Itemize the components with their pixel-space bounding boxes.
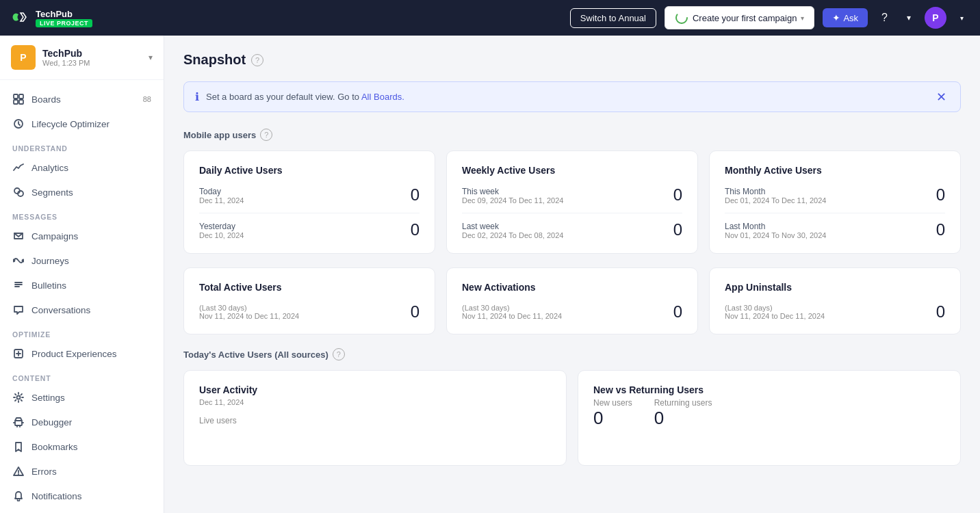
activations-label-group: (Last 30 days) Nov 11, 2024 to Dec 11, 2…: [462, 304, 562, 320]
workspace-name: TechPub: [42, 48, 142, 59]
snapshot-help-icon[interactable]: ?: [251, 54, 263, 66]
uninstalls-label-group: (Last 30 days) Nov 11, 2024 to Dec 11, 2…: [725, 304, 825, 320]
debugger-icon: [12, 416, 25, 428]
sidebar: P TechPub Wed, 1:23 PM ▾ Boards 88: [0, 36, 164, 513]
bookmarks-label: Bookmarks: [31, 442, 78, 452]
optimize-section-label: OPTIMIZE: [0, 322, 164, 341]
activations-card-title: New Activations: [462, 282, 682, 293]
sidebar-item-analytics[interactable]: Analytics: [0, 155, 164, 180]
live-users-label: Live users: [199, 416, 551, 425]
info-banner-close-button[interactable]: ✕: [933, 91, 949, 103]
svg-point-1: [676, 12, 687, 23]
svg-rect-5: [19, 100, 23, 104]
svg-rect-13: [15, 421, 22, 425]
todays-active-section: Today's Active Users (All sources) ?: [183, 348, 961, 360]
sidebar-item-settings[interactable]: Settings: [0, 385, 164, 410]
main-content: Snapshot ? ℹ Set a board as your default…: [164, 36, 980, 513]
sidebar-item-boards[interactable]: Boards 88: [0, 87, 164, 111]
returning-users-metric: Returning users 0: [654, 398, 712, 429]
sidebar-item-conversations[interactable]: Conversations: [0, 298, 164, 322]
user-activity-date: Dec 11, 2024: [199, 398, 551, 406]
yesterday-label-group: Yesterday Dec 10, 2024: [199, 222, 244, 239]
create-campaign-button[interactable]: Create your first campaign ▾: [665, 6, 814, 29]
stats-grid-top: Daily Active Users Today Dec 11, 2024 0 …: [183, 150, 961, 254]
settings-icon: [12, 391, 25, 404]
total-period-label: (Last 30 days): [199, 304, 299, 312]
messages-section-label: MESSAGES: [0, 205, 164, 224]
conversations-label: Conversations: [31, 305, 90, 315]
project-name: TechPub: [36, 9, 92, 19]
analytics-label: Analytics: [31, 163, 68, 173]
journeys-icon: [12, 254, 25, 267]
user-menu-chevron[interactable]: ▾: [955, 12, 969, 25]
sidebar-item-errors[interactable]: Errors: [0, 459, 164, 484]
user-activity-chart-card: User Activity Dec 11, 2024 Live users: [183, 370, 567, 466]
this-week-value: 0: [673, 187, 682, 203]
help-button[interactable]: ?: [876, 9, 893, 27]
nav-chevron-button[interactable]: ▾: [901, 10, 916, 25]
monthly-card-title: Monthly Active Users: [725, 165, 945, 176]
info-icon: ℹ: [195, 90, 199, 103]
sidebar-item-bulletins[interactable]: Bulletins: [0, 273, 164, 298]
lifecycle-icon: [12, 118, 25, 130]
lifecycle-label: Lifecycle Optimizer: [31, 119, 109, 129]
app-uninstalls-card: App Uninstalls (Last 30 days) Nov 11, 20…: [709, 267, 961, 334]
last-week-value: 0: [673, 222, 682, 238]
workspace-time: Wed, 1:23 PM: [42, 59, 142, 67]
this-week-label: This week: [462, 187, 563, 196]
project-label: TechPub LIVE PROJECT: [36, 9, 92, 27]
sidebar-item-notifications[interactable]: Notifications: [0, 484, 164, 508]
this-month-label-group: This Month Dec 01, 2024 To Dec 11, 2024: [725, 187, 826, 205]
stat-row-today: Today Dec 11, 2024 0: [199, 187, 420, 205]
new-users-value: 0: [593, 408, 632, 429]
sidebar-item-organization[interactable]: Organization: [0, 508, 164, 513]
daily-active-users-card: Daily Active Users Today Dec 11, 2024 0 …: [183, 150, 435, 254]
stat-row-this-month: This Month Dec 01, 2024 To Dec 11, 2024 …: [725, 187, 945, 205]
sidebar-item-journeys[interactable]: Journeys: [0, 248, 164, 273]
create-campaign-label: Create your first campaign: [693, 13, 797, 23]
svg-rect-3: [19, 94, 23, 98]
sidebar-item-debugger[interactable]: Debugger: [0, 410, 164, 434]
last-month-date: Nov 01, 2024 To Nov 30, 2024: [725, 231, 826, 239]
sidebar-item-lifecycle[interactable]: Lifecycle Optimizer: [0, 111, 164, 136]
new-vs-returning-metrics: New users 0 Returning users 0: [593, 398, 945, 429]
new-vs-returning-title: New vs Returning Users: [593, 384, 945, 395]
stats-grid-bottom: Total Active Users (Last 30 days) Nov 11…: [183, 267, 961, 334]
last-week-label: Last week: [462, 222, 563, 231]
activations-value: 0: [673, 304, 682, 320]
notifications-label: Notifications: [31, 491, 82, 501]
notifications-icon: [12, 490, 25, 502]
last-month-label: Last Month: [725, 222, 826, 231]
today-label-group: Today Dec 11, 2024: [199, 187, 244, 205]
svg-rect-2: [14, 94, 18, 98]
settings-label: Settings: [31, 393, 65, 403]
last-month-value: 0: [936, 222, 945, 238]
switch-annual-button[interactable]: Switch to Annual: [570, 8, 656, 28]
last-month-label-group: Last Month Nov 01, 2024 To Nov 30, 2024: [725, 222, 826, 239]
total-period-date: Nov 11, 2024 to Dec 11, 2024: [199, 312, 299, 320]
ask-button[interactable]: ✦ Ask: [823, 8, 868, 27]
segments-label: Segments: [31, 187, 73, 198]
sidebar-item-segments[interactable]: Segments: [0, 180, 164, 205]
user-avatar-button[interactable]: P: [925, 7, 946, 29]
errors-icon: [12, 465, 25, 477]
this-month-value: 0: [936, 187, 945, 203]
mobile-users-help-icon[interactable]: ?: [260, 129, 272, 141]
sidebar-item-campaigns[interactable]: Campaigns: [0, 224, 164, 248]
stat-row-activations: (Last 30 days) Nov 11, 2024 to Dec 11, 2…: [462, 304, 682, 320]
sidebar-item-product-experiences[interactable]: Product Experiences: [0, 341, 164, 366]
boards-label: Boards: [31, 94, 61, 105]
daily-card-title: Daily Active Users: [199, 165, 420, 176]
sidebar-item-bookmarks[interactable]: Bookmarks: [0, 434, 164, 459]
bookmarks-icon: [12, 440, 25, 453]
stat-row-uninstalls: (Last 30 days) Nov 11, 2024 to Dec 11, 2…: [725, 304, 945, 320]
workspace-chevron-icon[interactable]: ▾: [149, 53, 153, 62]
live-badge: LIVE PROJECT: [36, 19, 92, 27]
all-boards-link[interactable]: All Boards.: [361, 92, 404, 102]
svg-point-12: [17, 396, 21, 399]
todays-active-help-icon[interactable]: ?: [333, 348, 345, 360]
sidebar-header[interactable]: P TechPub Wed, 1:23 PM ▾: [0, 36, 164, 80]
total-active-users-card: Total Active Users (Last 30 days) Nov 11…: [183, 267, 435, 334]
todays-active-label: Today's Active Users (All sources): [183, 350, 328, 360]
today-value: 0: [411, 187, 420, 203]
